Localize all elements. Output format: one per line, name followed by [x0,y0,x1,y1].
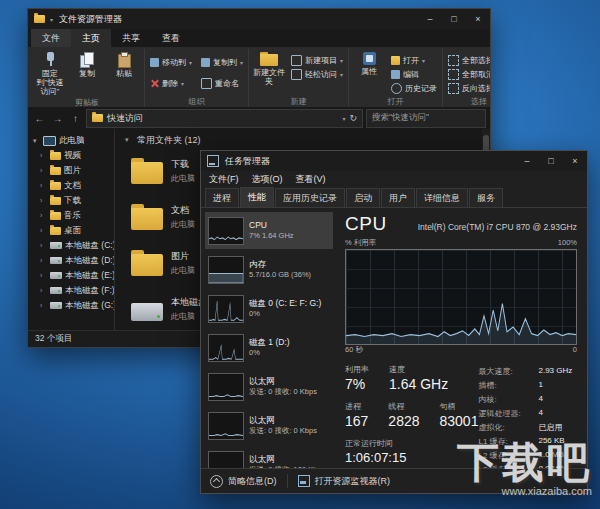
copy-to-button[interactable]: 复制到 ▾ [199,56,245,69]
invert-selection-button[interactable]: 反向选择 [446,82,490,95]
up-button[interactable]: ↑ [68,110,83,127]
perf-item-cpu[interactable]: CPU 7% 1.64 GHz [205,212,333,249]
taskmgr-close-button[interactable]: × [563,151,587,171]
perf-item-disk1[interactable]: 磁盘 1 (D:) 0% [205,329,333,366]
rename-button[interactable]: 重命名 [199,77,245,90]
nav-item-disk-f[interactable]: › 本地磁盘 (F:) [28,283,114,298]
expander-icon[interactable]: › [40,182,47,189]
delete-button[interactable]: 删除 ▾ [148,77,194,90]
expander-icon[interactable]: ▾ [33,137,40,145]
expander-icon[interactable]: › [40,242,47,249]
refresh-icon[interactable]: ↻ [349,113,357,123]
perf-detail-text: 发送: 0 接收: 0 Kbps [249,387,317,396]
taskmgr-titlebar[interactable]: 任务管理器 – □ × [201,151,587,171]
expander-icon[interactable]: › [40,197,47,204]
search-input[interactable]: 搜索"快速访问" [366,109,486,128]
perf-name: 以太网 [249,455,325,465]
copy-button[interactable]: 复制 [70,50,104,78]
expander-icon[interactable]: › [40,302,47,309]
menu-options[interactable]: 选项(O) [252,173,283,186]
explorer-titlebar[interactable]: ▾ 文件资源管理器 – □ × [28,9,490,29]
delete-icon [150,79,159,88]
open-resource-monitor-link[interactable]: 打开资源监视器(R) [298,475,391,488]
perf-item-memory[interactable]: 内存 5.7/16.0 GB (36%) [205,251,333,288]
breadcrumb[interactable]: 快速访问 ▾ ↻ [86,109,363,128]
select-none-button[interactable]: 全部取消选择 [446,68,490,81]
section-expander-icon[interactable]: ▾ [125,136,132,144]
taskmgr-maximize-button[interactable]: □ [539,151,563,171]
tab-startup[interactable]: 启动 [346,188,380,207]
expander-icon[interactable]: › [40,272,47,279]
pin-to-quick-access-button[interactable]: 固定到"快速访问" [33,50,67,97]
new-item-button[interactable]: 新建项目 ▾ [289,54,345,67]
taskmgr-title: 任务管理器 [225,155,270,168]
nav-item-disk-c[interactable]: › 本地磁盘 (C:) [28,238,114,253]
invert-selection-label: 反向选择 [462,83,490,94]
menu-view[interactable]: 查看(V) [296,173,326,186]
cpu-sparkline [209,237,243,240]
expander-icon[interactable]: › [40,227,47,234]
explorer-close-button[interactable]: × [466,9,490,29]
paste-button[interactable]: 粘贴 [107,50,141,78]
tab-view[interactable]: 查看 [151,29,191,47]
fewer-details-button[interactable]: 简略信息(D) [210,475,277,488]
tab-processes[interactable]: 进程 [205,188,239,207]
nav-item-documents[interactable]: › 文档 [28,178,114,193]
navigation-pane: ▾ 此电脑 › 视频 › 图片 › 文档 [28,129,115,330]
frequent-folders-header[interactable]: ▾ 常用文件夹 (12) [125,132,480,148]
edit-button[interactable]: 编辑 [389,68,439,81]
perf-name: 内存 [249,260,311,270]
properties-button[interactable]: 属性 [352,50,386,76]
menu-file[interactable]: 文件(F) [209,173,239,186]
nav-item-disk-d[interactable]: › 本地磁盘 (D:) [28,253,114,268]
expander-icon[interactable]: › [40,257,47,264]
tab-services[interactable]: 服务 [469,188,503,207]
nav-item-disk-e[interactable]: › 本地磁盘 (E:) [28,268,114,283]
nav-item-pictures[interactable]: › 图片 [28,163,114,178]
perf-item-ethernet-3[interactable]: 以太网 发送: 0 接收: 120 Kbps [205,446,333,468]
tab-home[interactable]: 主页 [71,29,111,47]
tab-performance[interactable]: 性能 [240,187,274,207]
explorer-app-icon [34,15,45,23]
perf-item-ethernet-1[interactable]: 以太网 发送: 0 接收: 0 Kbps [205,368,333,405]
new-item-label: 新建项目 [305,55,337,66]
open-button[interactable]: 打开 ▾ [389,54,439,67]
move-to-button[interactable]: 移动到 ▾ [148,56,194,69]
nav-item-videos[interactable]: › 视频 [28,148,114,163]
nav-item-downloads[interactable]: › 下载 [28,193,114,208]
new-folder-button[interactable]: 新建文件夹 [252,50,286,86]
search-placeholder: 搜索"快速访问" [372,112,429,124]
history-button[interactable]: 历史记录 [389,82,439,95]
tab-file[interactable]: 文件 [31,29,71,47]
explorer-maximize-button[interactable]: □ [442,9,466,29]
expander-icon[interactable]: › [40,152,47,159]
collapse-icon [210,475,223,488]
nav-label: 视频 [64,150,81,162]
nav-item-disk-g[interactable]: › 本地磁盘 (G:) [28,298,114,313]
tab-share[interactable]: 共享 [111,29,151,47]
expander-icon[interactable]: › [40,287,47,294]
nav-item-desktop[interactable]: › 桌面 [28,223,114,238]
perf-item-ethernet-2[interactable]: 以太网 发送: 0 接收: 0 Kbps [205,407,333,444]
disk0-sparkline [209,301,243,320]
expander-icon[interactable]: › [40,212,47,219]
nav-item-this-pc[interactable]: ▾ 此电脑 [28,133,114,148]
nav-item-music[interactable]: › 音乐 [28,208,114,223]
select-none-icon [448,69,459,80]
explorer-minimize-button[interactable]: – [418,9,442,29]
quick-access-toolbar-dropdown-icon[interactable]: ▾ [50,16,53,23]
back-button[interactable]: ← [32,110,47,127]
breadcrumb-dropdown-icon[interactable]: ▾ [342,115,345,122]
handles-value: 83001 [440,413,479,429]
downloads-folder-icon [50,197,61,205]
tab-users[interactable]: 用户 [381,188,415,207]
expander-icon[interactable]: › [40,167,47,174]
forward-button[interactable]: → [50,110,65,127]
select-all-button[interactable]: 全部选择 [446,54,490,67]
perf-item-disk0[interactable]: 磁盘 0 (C: E: F: G:) 0% [205,290,333,327]
new-item-icon [291,55,302,66]
tab-details[interactable]: 详细信息 [416,188,468,207]
tab-app-history[interactable]: 应用历史记录 [275,188,345,207]
easy-access-button[interactable]: 轻松访问 ▾ [289,68,345,81]
taskmgr-minimize-button[interactable]: – [515,151,539,171]
